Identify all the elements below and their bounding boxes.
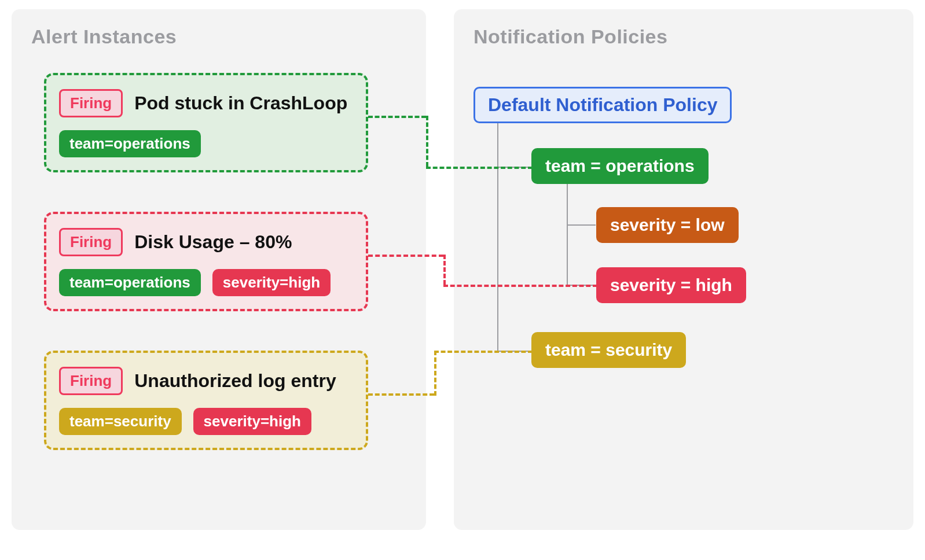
policy-node: team = operations	[531, 148, 709, 184]
connector	[368, 393, 434, 396]
alert-title: Pod stuck in CrashLoop	[134, 93, 347, 114]
label-row: team=operations	[59, 130, 353, 157]
connector	[434, 351, 436, 396]
panel-title-right: Notification Policies	[473, 25, 667, 48]
alert-header-row: Firing Pod stuck in CrashLoop	[59, 89, 353, 117]
connector	[426, 167, 533, 169]
tree-line	[567, 184, 568, 286]
label-pill: team=operations	[59, 130, 201, 157]
tree-line	[567, 224, 596, 226]
policy-node: team = security	[531, 332, 686, 368]
policy-node: severity = low	[596, 207, 739, 243]
panel-title-left: Alert Instances	[31, 25, 177, 48]
label-pill: team=security	[59, 408, 182, 435]
connector	[368, 116, 426, 118]
connector	[443, 285, 597, 287]
label-pill: severity=high	[193, 408, 311, 435]
alert-title: Unauthorized log entry	[134, 370, 336, 392]
connector	[434, 351, 533, 353]
status-badge: Firing	[59, 367, 123, 395]
diagram-canvas: Alert Instances Firing Pod stuck in Cras…	[0, 0, 925, 560]
alert-header-row: Firing Unauthorized log entry	[59, 367, 353, 395]
alert-title: Disk Usage – 80%	[134, 231, 292, 253]
alert-card: Firing Unauthorized log entry team=secur…	[44, 351, 368, 450]
policy-node: severity = high	[596, 267, 746, 303]
connector	[443, 255, 446, 285]
label-pill: team=operations	[59, 269, 201, 296]
status-badge: Firing	[59, 89, 123, 117]
label-pill: severity=high	[212, 269, 331, 296]
connector	[426, 116, 428, 167]
label-row: team=security severity=high	[59, 408, 353, 435]
policy-root: Default Notification Policy	[473, 87, 732, 123]
label-row: team=operations severity=high	[59, 269, 353, 296]
status-badge: Firing	[59, 228, 123, 256]
alert-instances-panel: Alert Instances Firing Pod stuck in Cras…	[12, 9, 426, 530]
alert-header-row: Firing Disk Usage – 80%	[59, 228, 353, 256]
connector	[368, 255, 443, 257]
alert-card: Firing Pod stuck in CrashLoop team=opera…	[44, 73, 368, 172]
tree-line	[497, 120, 498, 352]
alert-card: Firing Disk Usage – 80% team=operations …	[44, 212, 368, 311]
notification-policies-panel: Notification Policies Default Notificati…	[454, 9, 913, 530]
